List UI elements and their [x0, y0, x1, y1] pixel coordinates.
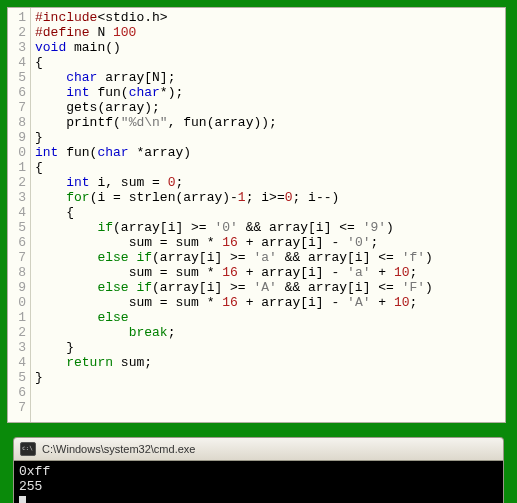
line-number: 4 — [10, 355, 26, 370]
code-line: } — [35, 130, 501, 145]
code-line: { — [35, 55, 501, 70]
line-number: 3 — [10, 190, 26, 205]
code-line: else — [35, 310, 501, 325]
console-line: 255 — [19, 479, 42, 494]
code-line: } — [35, 370, 501, 385]
code-line: { — [35, 160, 501, 175]
line-number: 9 — [10, 280, 26, 295]
code-line: void main() — [35, 40, 501, 55]
line-number: 5 — [10, 370, 26, 385]
line-number: 1 — [10, 160, 26, 175]
line-number: 2 — [10, 25, 26, 40]
code-line: break; — [35, 325, 501, 340]
code-line: #define N 100 — [35, 25, 501, 40]
line-number: 2 — [10, 175, 26, 190]
line-number: 2 — [10, 325, 26, 340]
code-line: char array[N]; — [35, 70, 501, 85]
code-line: printf("%d\n", fun(array)); — [35, 115, 501, 130]
line-number: 0 — [10, 295, 26, 310]
line-number: 6 — [10, 85, 26, 100]
line-number: 1 — [10, 10, 26, 25]
code-line: sum = sum * 16 + array[i] - '0'; — [35, 235, 501, 250]
line-number: 3 — [10, 40, 26, 55]
code-line: int fun(char*); — [35, 85, 501, 100]
code-line: int fun(char *array) — [35, 145, 501, 160]
code-line: } — [35, 340, 501, 355]
app-frame: 1 2 3 4 5 6 7 8 9 0 1 2 3 4 5 6 7 8 9 0 … — [0, 0, 517, 503]
line-number: 7 — [10, 250, 26, 265]
line-number: 5 — [10, 70, 26, 85]
line-number: 8 — [10, 265, 26, 280]
code-line: { — [35, 205, 501, 220]
line-number: 5 — [10, 220, 26, 235]
code-line: else if(array[i] >= 'a' && array[i] <= '… — [35, 250, 501, 265]
line-number: 9 — [10, 130, 26, 145]
code-line: sum = sum * 16 + array[i] - 'A' + 10; — [35, 295, 501, 310]
code-area[interactable]: #include<stdio.h>#define N 100void main(… — [31, 8, 505, 422]
code-line: else if(array[i] >= 'A' && array[i] <= '… — [35, 280, 501, 295]
line-number: 7 — [10, 100, 26, 115]
line-number: 6 — [10, 385, 26, 400]
line-number: 3 — [10, 340, 26, 355]
console-output[interactable]: 0xff 255 — [13, 460, 504, 503]
line-number: 8 — [10, 115, 26, 130]
code-line: for(i = strlen(array)-1; i>=0; i--) — [35, 190, 501, 205]
line-number: 4 — [10, 205, 26, 220]
code-editor: 1 2 3 4 5 6 7 8 9 0 1 2 3 4 5 6 7 8 9 0 … — [7, 7, 506, 423]
cmd-icon — [20, 442, 36, 456]
code-line: int i, sum = 0; — [35, 175, 501, 190]
code-line: #include<stdio.h> — [35, 10, 501, 25]
console-titlebar[interactable]: C:\Windows\system32\cmd.exe — [13, 437, 504, 460]
console-window: C:\Windows\system32\cmd.exe 0xff 255 — [13, 437, 504, 503]
line-number: 6 — [10, 235, 26, 250]
console-line: 0xff — [19, 464, 50, 479]
line-gutter: 1 2 3 4 5 6 7 8 9 0 1 2 3 4 5 6 7 8 9 0 … — [8, 8, 31, 422]
line-number: 4 — [10, 55, 26, 70]
code-line: if(array[i] >= '0' && array[i] <= '9') — [35, 220, 501, 235]
line-number: 1 — [10, 310, 26, 325]
code-line: sum = sum * 16 + array[i] - 'a' + 10; — [35, 265, 501, 280]
code-line: return sum; — [35, 355, 501, 370]
console-title: C:\Windows\system32\cmd.exe — [42, 443, 195, 455]
line-number: 0 — [10, 145, 26, 160]
cursor-icon — [19, 496, 26, 503]
line-number: 7 — [10, 400, 26, 415]
code-line: gets(array); — [35, 100, 501, 115]
